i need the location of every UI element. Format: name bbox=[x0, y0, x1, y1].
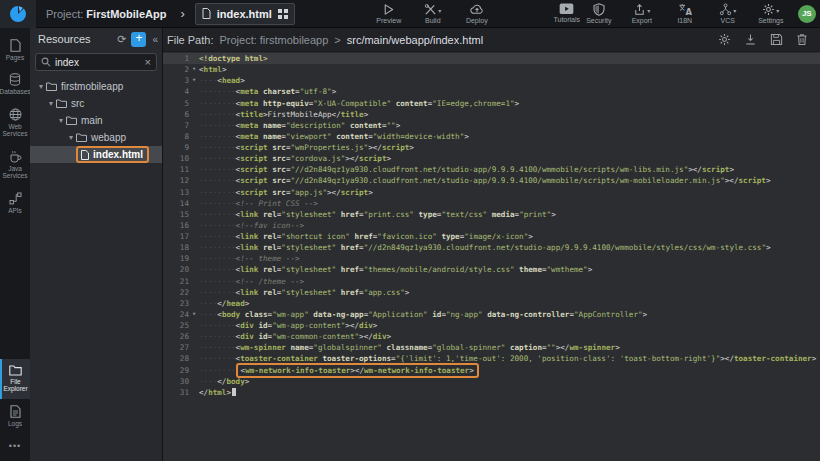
sidebar-item-file-explorer[interactable]: File Explorer bbox=[0, 359, 30, 399]
fold-arrow-icon[interactable]: ▾ bbox=[189, 75, 199, 86]
fold-gutter bbox=[189, 320, 199, 331]
gear-icon bbox=[762, 3, 775, 16]
trash-icon[interactable] bbox=[796, 33, 808, 46]
tree-item-main[interactable]: ▾main bbox=[30, 112, 162, 129]
fold-gutter bbox=[189, 131, 199, 142]
tutorials-button[interactable]: Tutorials bbox=[551, 3, 583, 23]
tree-item-firstmobileapp[interactable]: ▾firstmobileapp bbox=[30, 78, 162, 95]
action-buttons: Preview ▾ Build bbox=[373, 3, 583, 24]
grid-icon[interactable] bbox=[278, 9, 288, 19]
add-resource-button[interactable]: + bbox=[131, 32, 146, 47]
code-line-26[interactable]: 26········<div id="wm-common-content"></… bbox=[163, 331, 820, 342]
deploy-button[interactable]: Deploy bbox=[461, 3, 493, 24]
line-number: 26 bbox=[163, 331, 189, 342]
search-box[interactable]: × bbox=[35, 53, 157, 71]
fold-gutter bbox=[189, 376, 199, 387]
download-icon[interactable] bbox=[744, 33, 757, 46]
fold-gutter bbox=[189, 175, 199, 186]
line-number: 8 bbox=[163, 131, 189, 142]
code-line-17[interactable]: 17········<link rel="shortcut icon" href… bbox=[163, 231, 820, 242]
code-line-27[interactable]: 27········<wm-spinner name="globalspinne… bbox=[163, 342, 820, 353]
code-line-7[interactable]: 7········<meta name="description" conten… bbox=[163, 120, 820, 131]
tab-index-html[interactable]: index.html bbox=[195, 3, 295, 25]
code-editor[interactable]: 1<!doctype html>2▾<html>3▾····<head>4···… bbox=[163, 52, 820, 461]
file-path-label: File Path: bbox=[167, 34, 213, 46]
code-line-25[interactable]: 25········<div id="wm-app-content"></div… bbox=[163, 320, 820, 331]
code-line-10[interactable]: 10········<script src="cordova.js"></scr… bbox=[163, 153, 820, 164]
code-line-4[interactable]: 4········<meta charset="utf-8"> bbox=[163, 86, 820, 97]
code-line-20[interactable]: 20········<link rel="stylesheet" href="t… bbox=[163, 264, 820, 275]
sidebar-item-logs[interactable]: Logs bbox=[0, 399, 30, 433]
tree-expand-arrow[interactable]: ▾ bbox=[36, 82, 46, 91]
tree-expand-arrow[interactable]: ▾ bbox=[56, 116, 66, 125]
code-line-22[interactable]: 22········<link rel="stylesheet" href="a… bbox=[163, 287, 820, 298]
security-button[interactable]: Security bbox=[583, 3, 615, 24]
save-icon[interactable] bbox=[770, 33, 783, 46]
fold-gutter bbox=[189, 142, 199, 153]
database-icon bbox=[9, 73, 21, 86]
code-line-13[interactable]: 13········<script src="app.js"></script> bbox=[163, 187, 820, 198]
code-line-3[interactable]: 3▾····<head> bbox=[163, 75, 820, 86]
settings-button[interactable]: ▾ Settings bbox=[755, 3, 787, 24]
sidebar-item-web-services[interactable]: Web Services bbox=[0, 102, 30, 144]
code-line-30[interactable]: 30····</body> bbox=[163, 376, 820, 387]
code-line-24[interactable]: 24▾····<body class="wm-app" data-ng-app=… bbox=[163, 309, 820, 320]
code-line-23[interactable]: 23····</head> bbox=[163, 298, 820, 309]
sidebar-item-java-services[interactable]: Java Services bbox=[0, 144, 30, 186]
folder-icon bbox=[46, 82, 57, 91]
code-line-6[interactable]: 6········<title>FirstMobileApp</title> bbox=[163, 109, 820, 120]
vcs-button[interactable]: ▾ VCS bbox=[712, 3, 744, 24]
code-line-12[interactable]: 12········<script src="//d2n849qz1ya930.… bbox=[163, 175, 820, 186]
code-text: ········<script src="app.js"></script> bbox=[199, 187, 820, 198]
build-button[interactable]: ▾ Build bbox=[417, 3, 449, 24]
code-line-11[interactable]: 11········<script src="//d2n849qz1ya930.… bbox=[163, 164, 820, 175]
tree-item-label: webapp bbox=[91, 132, 126, 143]
code-line-18[interactable]: 18········<link rel="stylesheet" href="/… bbox=[163, 242, 820, 253]
code-line-19[interactable]: 19········<!-- theme --> bbox=[163, 253, 820, 264]
fold-gutter bbox=[189, 209, 199, 220]
code-line-9[interactable]: 9········<script src="wmProperties.js"><… bbox=[163, 142, 820, 153]
build-tools-icon bbox=[424, 3, 437, 16]
sidebar-item-databases[interactable]: Databases bbox=[0, 67, 30, 101]
page-icon bbox=[10, 39, 21, 52]
folder-icon bbox=[56, 99, 67, 108]
fold-arrow-icon[interactable]: ▾ bbox=[189, 64, 199, 75]
code-line-5[interactable]: 5········<meta http-equiv="X-UA-Compatib… bbox=[163, 98, 820, 109]
search-icon bbox=[41, 57, 51, 67]
settings-gear-icon[interactable] bbox=[718, 33, 731, 46]
search-input[interactable] bbox=[55, 57, 141, 68]
user-avatar[interactable]: JS bbox=[798, 5, 816, 23]
clear-search-icon[interactable]: × bbox=[145, 56, 151, 68]
code-text: ········<script src="//d2n849qz1ya930.cl… bbox=[199, 164, 820, 175]
code-line-1[interactable]: 1<!doctype html> bbox=[163, 53, 820, 64]
tree-item-index-html[interactable]: index.html bbox=[30, 146, 162, 163]
play-icon bbox=[382, 3, 395, 16]
refresh-icon[interactable]: ⟳ bbox=[117, 33, 126, 46]
code-text: ····<body class="wm-app" data-ng-app="Ap… bbox=[199, 309, 820, 320]
code-line-29[interactable]: 29········<wm-network-info-toaster></wm-… bbox=[163, 365, 820, 376]
fold-gutter bbox=[189, 331, 199, 342]
project-breadcrumb[interactable]: Project: FirstMobileApp bbox=[46, 8, 166, 20]
tree-item-webapp[interactable]: ▾webapp bbox=[30, 129, 162, 146]
code-line-15[interactable]: 15········<link rel="stylesheet" href="p… bbox=[163, 209, 820, 220]
tree-item-src[interactable]: ▾src bbox=[30, 95, 162, 112]
more-options-button[interactable]: ••• bbox=[0, 433, 30, 461]
collapse-panel-icon[interactable]: « bbox=[151, 34, 159, 45]
app-logo[interactable] bbox=[0, 0, 36, 28]
code-line-16[interactable]: 16········<!--fav icon--> bbox=[163, 220, 820, 231]
code-line-2[interactable]: 2▾<html> bbox=[163, 64, 820, 75]
export-button[interactable]: ▾ Export bbox=[626, 3, 658, 24]
code-line-14[interactable]: 14········<!-- Print CSS --> bbox=[163, 198, 820, 209]
i18n-button[interactable]: A I18N bbox=[669, 3, 701, 24]
code-text: ········<link rel="shortcut icon" href="… bbox=[199, 231, 820, 242]
sidebar-item-apis[interactable]: APIs bbox=[0, 186, 30, 220]
preview-button[interactable]: Preview bbox=[373, 3, 405, 24]
fold-arrow-icon[interactable]: ▾ bbox=[189, 309, 199, 320]
tree-expand-arrow[interactable]: ▾ bbox=[46, 99, 56, 108]
sidebar-item-pages[interactable]: Pages bbox=[0, 33, 30, 67]
code-line-31[interactable]: 31</html> bbox=[163, 387, 820, 398]
code-line-21[interactable]: 21········<!-- /theme --> bbox=[163, 276, 820, 287]
tree-expand-arrow[interactable]: ▾ bbox=[66, 133, 76, 142]
code-text: ····</body> bbox=[199, 376, 820, 387]
code-line-8[interactable]: 8········<meta name="viewport" content="… bbox=[163, 131, 820, 142]
